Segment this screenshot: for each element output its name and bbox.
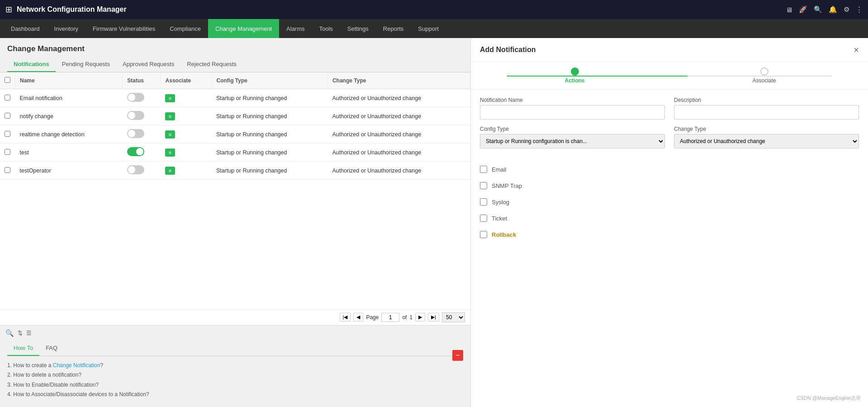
list-item: 4. How to Associate/Disassociate devices… — [7, 390, 463, 400]
tab-notifications[interactable]: Notifications — [7, 57, 56, 72]
row-status — [123, 125, 161, 144]
table-row: test ≡ Startup or Running changed Author… — [0, 144, 470, 162]
status-toggle[interactable] — [127, 93, 144, 102]
col-associate: Associate — [161, 72, 212, 89]
row-checkbox[interactable] — [5, 131, 10, 137]
top-bar: ⊞ Network Configuration Manager 🖥 🚀 🔍 🔔 … — [0, 0, 868, 19]
next-page-button[interactable]: ▶ — [415, 313, 425, 321]
col-status: Status — [123, 72, 161, 89]
howto-content: 1. How to create a Change Notification? … — [7, 361, 463, 400]
filter-btn[interactable]: ☰ — [26, 330, 32, 336]
howto-link-1[interactable]: Change Notification — [53, 362, 100, 369]
close-panel-button[interactable]: × — [854, 45, 859, 54]
search-btn[interactable]: 🔍 — [5, 329, 14, 337]
row-checkbox[interactable] — [5, 167, 10, 173]
status-toggle[interactable] — [127, 147, 144, 156]
description-input[interactable] — [674, 105, 859, 120]
table-row: realtime change detection ≡ Startup or R… — [0, 125, 470, 144]
grid-icon[interactable]: ⊞ — [5, 5, 12, 14]
tab-approved-requests[interactable]: Approved Requests — [116, 57, 180, 72]
associate-icon[interactable]: ≡ — [165, 130, 175, 139]
associate-icon[interactable]: ≡ — [165, 148, 175, 157]
row-config-type: Startup or Running changed — [212, 89, 327, 107]
row-config-type: Startup or Running changed — [212, 107, 327, 125]
config-type-label: Config Type — [480, 126, 665, 132]
status-toggle[interactable] — [127, 165, 144, 174]
table-row: notify change ≡ Startup or Running chang… — [0, 107, 470, 125]
row-name: test — [15, 144, 123, 162]
page-input[interactable] — [381, 313, 399, 322]
notifications-table-container: Name Status Associate Config Type Change… — [0, 72, 470, 309]
nav-firmware[interactable]: Firmware Vulnerabilities — [85, 19, 162, 38]
list-item: 1. How to create a Change Notification? — [7, 361, 463, 371]
rocket-icon[interactable]: 🚀 — [799, 5, 807, 14]
status-toggle[interactable] — [127, 129, 144, 138]
first-page-button[interactable]: |◀ — [340, 313, 351, 321]
last-page-button[interactable]: ▶| — [428, 313, 439, 321]
rollback-checkbox[interactable] — [480, 231, 487, 238]
row-change-type: Authorized or Unauthorized change — [327, 144, 470, 162]
nav-tools[interactable]: Tools — [312, 19, 340, 38]
page-label: Page — [366, 314, 379, 321]
search-icon[interactable]: 🔍 — [814, 5, 822, 14]
nav-inventory[interactable]: Inventory — [47, 19, 85, 38]
nav-dashboard[interactable]: Dashboard — [4, 19, 47, 38]
total-pages: 1 — [409, 314, 413, 321]
watermark: CSDN @ManageEngine志哥 — [797, 395, 861, 402]
howto-tabs: How To FAQ — [7, 341, 452, 356]
dots-icon[interactable]: ⋮ — [856, 5, 863, 14]
status-toggle[interactable] — [127, 111, 144, 120]
bottom-toolbar: 🔍 ⇅ ☰ — [0, 325, 470, 341]
form-group-description: Description — [674, 97, 859, 120]
row-name: notify change — [15, 107, 123, 125]
nav-support[interactable]: Support — [411, 19, 446, 38]
change-type-select[interactable]: Authorized or Unauthorized change Author… — [674, 134, 859, 148]
collapse-howto-button[interactable]: − — [452, 350, 463, 361]
syslog-label: Syslog — [492, 199, 509, 206]
row-checkbox[interactable] — [5, 113, 10, 119]
row-checkbox[interactable] — [5, 95, 10, 101]
notification-types: Email SNMP Trap Syslog Ticket Rollback — [471, 162, 868, 242]
stepper-label-actions: Actions — [564, 77, 584, 84]
tab-howto[interactable]: How To — [7, 341, 39, 356]
row-config-type: Startup or Running changed — [212, 144, 327, 162]
notif-row-syslog: Syslog — [480, 198, 859, 206]
app-title: Network Configuration Manager — [17, 5, 781, 14]
row-config-type: Startup or Running changed — [212, 125, 327, 144]
sort-btn[interactable]: ⇅ — [18, 330, 23, 336]
table-row: Email notification ≡ Startup or Running … — [0, 89, 470, 107]
stepper-circle-actions — [571, 67, 579, 76]
config-type-select[interactable]: Startup or Running configuration is chan… — [480, 134, 665, 148]
nav-reports[interactable]: Reports — [376, 19, 411, 38]
bell-icon[interactable]: 🔔 — [829, 5, 837, 14]
rollback-label: Rollback — [492, 231, 516, 238]
associate-icon[interactable]: ≡ — [165, 94, 175, 102]
nav-settings[interactable]: Settings — [340, 19, 376, 38]
row-checkbox[interactable] — [5, 149, 10, 155]
col-config-type: Config Type — [212, 72, 327, 89]
prev-page-button[interactable]: ◀ — [353, 313, 363, 321]
left-panel: Change Management Notifications Pending … — [0, 38, 470, 407]
ticket-checkbox[interactable] — [480, 215, 487, 222]
associate-icon[interactable]: ≡ — [165, 167, 175, 175]
notification-name-input[interactable] — [480, 105, 665, 120]
email-checkbox[interactable] — [480, 166, 487, 173]
row-associate: ≡ — [161, 89, 212, 107]
nav-compliance[interactable]: Compliance — [162, 19, 208, 38]
tab-pending-requests[interactable]: Pending Requests — [56, 57, 116, 72]
top-icons: 🖥 🚀 🔍 🔔 ⚙ ⋮ — [786, 5, 863, 14]
row-change-type: Authorized or Unauthorized change — [327, 125, 470, 144]
nav-alarms[interactable]: Alarms — [279, 19, 312, 38]
select-all-checkbox[interactable] — [5, 77, 10, 83]
howto-section: How To FAQ − 1. How to create a Change N… — [0, 341, 470, 407]
nav-change-management[interactable]: Change Management — [208, 19, 279, 38]
snmp-trap-checkbox[interactable] — [480, 182, 487, 189]
tab-faq[interactable]: FAQ — [39, 341, 64, 356]
gear-icon[interactable]: ⚙ — [844, 5, 849, 14]
tab-rejected-requests[interactable]: Rejected Requests — [180, 57, 243, 72]
syslog-checkbox[interactable] — [480, 198, 487, 206]
monitor-icon[interactable]: 🖥 — [786, 6, 792, 14]
form-group-notification-name: Notification Name — [480, 97, 665, 120]
associate-icon[interactable]: ≡ — [165, 112, 175, 120]
per-page-select[interactable]: 50 100 — [442, 312, 465, 322]
